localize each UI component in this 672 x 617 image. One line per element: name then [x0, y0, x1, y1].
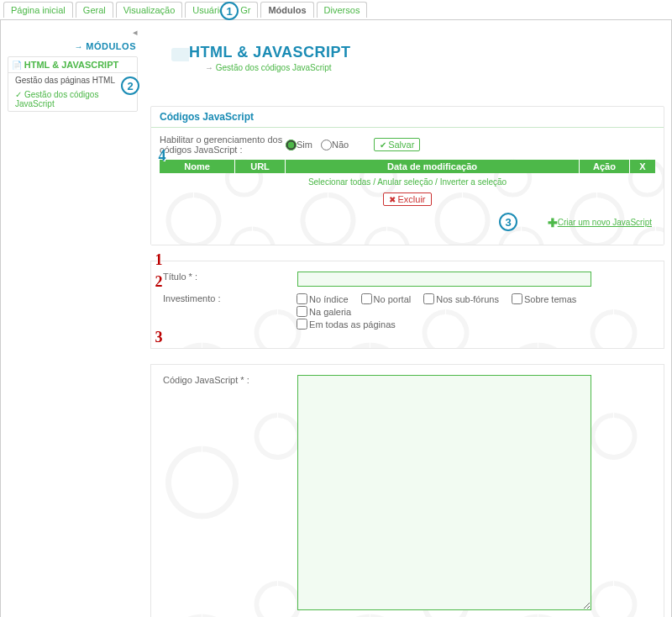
tab-pagina-inicial[interactable]: Página inicial [3, 2, 73, 18]
codes-panel: Códigos JavaScript Habilitar o gerenciam… [150, 106, 664, 245]
chk-subforuns[interactable]: Nos sub-fóruns [423, 293, 499, 304]
enable-label: Habilitar o gerenciamento dos códigos Ja… [160, 134, 286, 155]
page-title: HTML & JAVASCRIPT [189, 44, 351, 61]
create-js-link[interactable]: Criar um novo JavaScript [558, 218, 652, 227]
callout-4: 4 [153, 146, 171, 165]
radio-sim[interactable]: Sim [286, 140, 312, 150]
sidebar-collapse-icon[interactable]: ◂ [8, 27, 138, 38]
tab-visualizacao[interactable]: Visualização [116, 2, 183, 18]
selection-links[interactable]: Selecionar todas / Anular seleção / Inve… [160, 173, 655, 191]
breadcrumb: Gestão dos códigos JavaScript [205, 63, 664, 72]
code-panel: Código JavaScript * : ✔ Confirmar [150, 364, 664, 617]
callout-2: 2 [121, 76, 139, 95]
callout-r3: 3 [150, 328, 168, 346]
save-button[interactable]: ✔ Salvar [374, 138, 420, 151]
sidebar-box-title: 📄 HTML & JAVASCRIPT [8, 57, 137, 73]
codes-panel-title: Códigos JavaScript [151, 107, 664, 128]
invest-checks: No índice No portal Nos sub-fóruns Sobre… [297, 293, 652, 331]
tab-modulos[interactable]: Módulos [260, 2, 313, 18]
sidebar-item-html-pages[interactable]: Gestão das páginas HTML [8, 73, 137, 87]
col-x: X [630, 160, 655, 173]
chk-todas[interactable]: Em todas as páginas [297, 319, 396, 330]
chk-indice[interactable]: No índice [297, 293, 348, 304]
delete-button[interactable]: ✖ Excluir [383, 192, 431, 206]
sidebar-modules-link[interactable]: → MÓDULOS [8, 38, 138, 55]
investimento-label: Investimento : [163, 293, 297, 303]
callout-3: 3 [499, 213, 517, 231]
top-tabs: Página inicial Geral Visualização Usuári… [0, 0, 672, 20]
plus-icon: ✚ [548, 216, 558, 229]
radio-nao[interactable]: Não [321, 140, 349, 150]
callout-1: 1 [220, 2, 239, 20]
titulo-input[interactable] [297, 272, 591, 287]
col-nome: Nome [160, 160, 235, 173]
sidebar-item-js-codes[interactable]: Gestão dos códigos JavaScript [8, 87, 137, 111]
form-panel: Título * : Investimento : No índice No p… [150, 261, 664, 349]
code-textarea[interactable] [297, 375, 591, 610]
col-acao: Ação [580, 160, 630, 173]
table-header: Nome URL Data de modificação Ação X [160, 160, 655, 173]
chk-temas[interactable]: Sobre temas [512, 293, 576, 304]
col-data: Data de modificação [286, 160, 580, 173]
page-header: HTML & JAVASCRIPT Gestão dos códigos Jav… [171, 44, 664, 72]
col-url: URL [235, 160, 286, 173]
tab-diversos[interactable]: Diversos [317, 2, 368, 18]
sidebar-box: 📄 HTML & JAVASCRIPT Gestão das páginas H… [8, 56, 138, 112]
code-label: Código JavaScript * : [163, 375, 297, 385]
callout-r1: 1 [150, 250, 168, 269]
sidebar: ◂ → MÓDULOS 📄 HTML & JAVASCRIPT Gestão d… [8, 27, 138, 112]
callout-r2: 2 [150, 272, 168, 291]
titulo-label: Título * : [163, 272, 297, 282]
chk-galeria[interactable]: Na galeria [297, 306, 351, 317]
chk-portal[interactable]: No portal [361, 293, 412, 304]
tab-geral[interactable]: Geral [76, 2, 113, 18]
